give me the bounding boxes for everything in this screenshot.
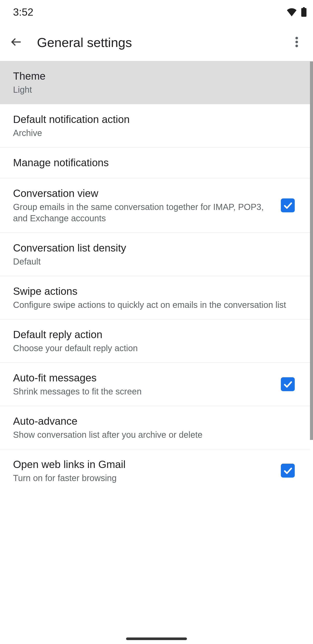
- setting-default-reply-action[interactable]: Default reply action Choose your default…: [0, 320, 310, 363]
- status-time: 3:52: [13, 6, 33, 18]
- setting-subtitle: Configure swipe actions to quickly act o…: [13, 299, 291, 310]
- setting-swipe-actions[interactable]: Swipe actions Configure swipe actions to…: [0, 276, 310, 320]
- svg-rect-0: [303, 7, 305, 8]
- setting-subtitle: Group emails in the same conversation to…: [13, 201, 274, 224]
- setting-title: Open web links in Gmail: [13, 458, 274, 471]
- setting-theme[interactable]: Theme Light: [0, 61, 310, 104]
- setting-title: Default reply action: [13, 328, 291, 341]
- setting-subtitle: Archive: [13, 127, 291, 138]
- setting-manage-notifications[interactable]: Manage notifications: [0, 148, 310, 178]
- setting-conversation-list-density[interactable]: Conversation list density Default: [0, 233, 310, 276]
- setting-title: Conversation list density: [13, 242, 291, 254]
- setting-open-web-links[interactable]: Open web links in Gmail Turn on for fast…: [0, 449, 310, 492]
- app-bar: General settings: [0, 24, 313, 61]
- setting-conversation-view[interactable]: Conversation view Group emails in the sa…: [0, 178, 310, 233]
- setting-title: Manage notifications: [13, 156, 291, 169]
- setting-subtitle: Light: [13, 84, 291, 95]
- nav-handle[interactable]: [126, 638, 187, 640]
- setting-subtitle: Shrink messages to fit the screen: [13, 386, 274, 397]
- status-icons: [287, 7, 307, 17]
- setting-title: Theme: [13, 70, 291, 83]
- svg-point-5: [296, 44, 298, 47]
- setting-title: Default notification action: [13, 113, 291, 126]
- svg-rect-1: [301, 8, 307, 17]
- setting-subtitle: Choose your default reply action: [13, 342, 291, 354]
- setting-title: Conversation view: [13, 187, 274, 200]
- more-vert-icon: [296, 37, 298, 48]
- setting-auto-fit-messages[interactable]: Auto-fit messages Shrink messages to fit…: [0, 363, 310, 406]
- more-options-button[interactable]: [285, 30, 309, 54]
- svg-point-4: [296, 41, 298, 43]
- setting-subtitle: Default: [13, 256, 291, 267]
- setting-title: Auto-advance: [13, 415, 291, 428]
- page-title: General settings: [37, 35, 285, 50]
- scrollbar-thumb[interactable]: [310, 61, 313, 440]
- wifi-icon: [287, 8, 297, 16]
- checkbox-conversation-view[interactable]: [281, 198, 295, 212]
- settings-list[interactable]: Theme Light Default notification action …: [0, 61, 310, 644]
- setting-auto-advance[interactable]: Auto-advance Show conversation list afte…: [0, 406, 310, 449]
- setting-subtitle: Turn on for faster browsing: [13, 472, 274, 483]
- setting-title: Swipe actions: [13, 285, 291, 298]
- arrow-left-icon: [10, 36, 22, 49]
- setting-subtitle: Show conversation list after you archive…: [13, 429, 291, 440]
- svg-point-3: [296, 37, 298, 40]
- battery-icon: [301, 7, 307, 17]
- status-bar: 3:52: [0, 0, 313, 24]
- setting-title: Auto-fit messages: [13, 372, 274, 384]
- checkbox-web-links[interactable]: [281, 464, 295, 478]
- checkbox-auto-fit[interactable]: [281, 377, 295, 391]
- setting-default-notification-action[interactable]: Default notification action Archive: [0, 104, 310, 148]
- back-button[interactable]: [4, 30, 28, 54]
